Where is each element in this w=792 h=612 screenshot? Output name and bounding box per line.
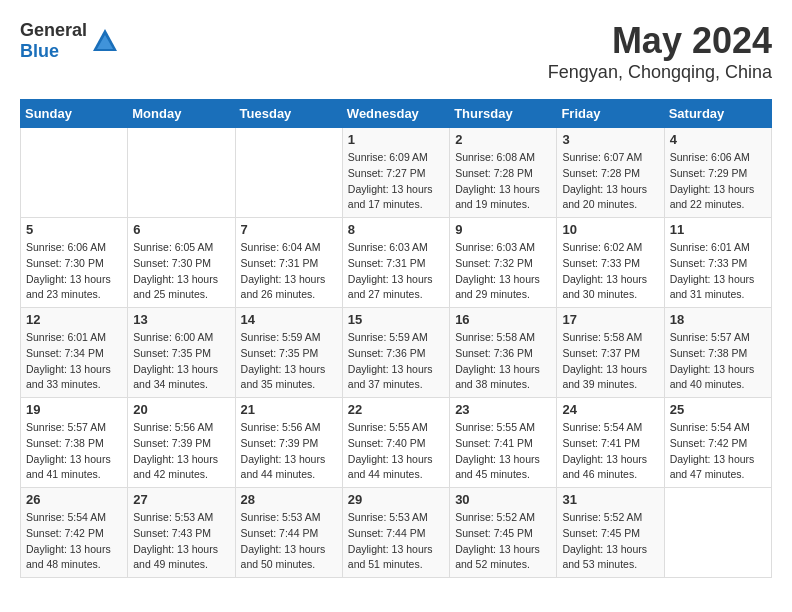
calendar-cell: 21Sunrise: 5:56 AMSunset: 7:39 PMDayligh… [235,398,342,488]
calendar-cell: 7Sunrise: 6:04 AMSunset: 7:31 PMDaylight… [235,218,342,308]
day-info: Sunrise: 5:54 AMSunset: 7:42 PMDaylight:… [26,510,122,573]
day-number: 7 [241,222,337,237]
calendar-cell: 18Sunrise: 5:57 AMSunset: 7:38 PMDayligh… [664,308,771,398]
main-title: May 2024 [548,20,772,62]
day-header-wednesday: Wednesday [342,100,449,128]
day-number: 18 [670,312,766,327]
day-number: 25 [670,402,766,417]
day-info: Sunrise: 5:58 AMSunset: 7:37 PMDaylight:… [562,330,658,393]
day-info: Sunrise: 5:55 AMSunset: 7:41 PMDaylight:… [455,420,551,483]
day-info: Sunrise: 5:58 AMSunset: 7:36 PMDaylight:… [455,330,551,393]
calendar-cell: 16Sunrise: 5:58 AMSunset: 7:36 PMDayligh… [450,308,557,398]
day-info: Sunrise: 6:01 AMSunset: 7:33 PMDaylight:… [670,240,766,303]
day-number: 2 [455,132,551,147]
calendar-cell: 15Sunrise: 5:59 AMSunset: 7:36 PMDayligh… [342,308,449,398]
calendar-cell: 12Sunrise: 6:01 AMSunset: 7:34 PMDayligh… [21,308,128,398]
calendar-cell: 3Sunrise: 6:07 AMSunset: 7:28 PMDaylight… [557,128,664,218]
calendar-cell [664,488,771,578]
day-number: 15 [348,312,444,327]
calendar-cell: 25Sunrise: 5:54 AMSunset: 7:42 PMDayligh… [664,398,771,488]
day-info: Sunrise: 5:53 AMSunset: 7:44 PMDaylight:… [348,510,444,573]
day-number: 3 [562,132,658,147]
calendar-cell: 23Sunrise: 5:55 AMSunset: 7:41 PMDayligh… [450,398,557,488]
day-number: 14 [241,312,337,327]
day-header-friday: Friday [557,100,664,128]
calendar-cell: 5Sunrise: 6:06 AMSunset: 7:30 PMDaylight… [21,218,128,308]
day-header-saturday: Saturday [664,100,771,128]
day-info: Sunrise: 5:54 AMSunset: 7:42 PMDaylight:… [670,420,766,483]
day-info: Sunrise: 5:52 AMSunset: 7:45 PMDaylight:… [562,510,658,573]
day-number: 9 [455,222,551,237]
day-info: Sunrise: 6:08 AMSunset: 7:28 PMDaylight:… [455,150,551,213]
calendar-cell: 13Sunrise: 6:00 AMSunset: 7:35 PMDayligh… [128,308,235,398]
calendar-cell [235,128,342,218]
day-number: 4 [670,132,766,147]
day-info: Sunrise: 5:55 AMSunset: 7:40 PMDaylight:… [348,420,444,483]
day-number: 1 [348,132,444,147]
day-header-tuesday: Tuesday [235,100,342,128]
day-number: 24 [562,402,658,417]
week-row-3: 12Sunrise: 6:01 AMSunset: 7:34 PMDayligh… [21,308,772,398]
day-number: 22 [348,402,444,417]
day-header-sunday: Sunday [21,100,128,128]
day-number: 27 [133,492,229,507]
day-info: Sunrise: 6:07 AMSunset: 7:28 PMDaylight:… [562,150,658,213]
title-block: May 2024 Fengyan, Chongqing, China [548,20,772,83]
day-info: Sunrise: 5:56 AMSunset: 7:39 PMDaylight:… [241,420,337,483]
day-info: Sunrise: 5:57 AMSunset: 7:38 PMDaylight:… [26,420,122,483]
calendar-cell: 20Sunrise: 5:56 AMSunset: 7:39 PMDayligh… [128,398,235,488]
logo-icon [91,27,119,55]
calendar-cell: 30Sunrise: 5:52 AMSunset: 7:45 PMDayligh… [450,488,557,578]
calendar-cell: 2Sunrise: 6:08 AMSunset: 7:28 PMDaylight… [450,128,557,218]
calendar-cell: 22Sunrise: 5:55 AMSunset: 7:40 PMDayligh… [342,398,449,488]
week-row-5: 26Sunrise: 5:54 AMSunset: 7:42 PMDayligh… [21,488,772,578]
day-info: Sunrise: 5:54 AMSunset: 7:41 PMDaylight:… [562,420,658,483]
calendar-cell: 27Sunrise: 5:53 AMSunset: 7:43 PMDayligh… [128,488,235,578]
day-number: 5 [26,222,122,237]
calendar-cell [21,128,128,218]
day-number: 31 [562,492,658,507]
calendar-cell: 24Sunrise: 5:54 AMSunset: 7:41 PMDayligh… [557,398,664,488]
day-info: Sunrise: 5:59 AMSunset: 7:35 PMDaylight:… [241,330,337,393]
day-number: 20 [133,402,229,417]
day-info: Sunrise: 6:02 AMSunset: 7:33 PMDaylight:… [562,240,658,303]
calendar-cell: 11Sunrise: 6:01 AMSunset: 7:33 PMDayligh… [664,218,771,308]
calendar-cell: 4Sunrise: 6:06 AMSunset: 7:29 PMDaylight… [664,128,771,218]
week-row-4: 19Sunrise: 5:57 AMSunset: 7:38 PMDayligh… [21,398,772,488]
day-info: Sunrise: 5:57 AMSunset: 7:38 PMDaylight:… [670,330,766,393]
calendar-cell: 10Sunrise: 6:02 AMSunset: 7:33 PMDayligh… [557,218,664,308]
day-info: Sunrise: 6:03 AMSunset: 7:32 PMDaylight:… [455,240,551,303]
calendar-cell: 31Sunrise: 5:52 AMSunset: 7:45 PMDayligh… [557,488,664,578]
day-number: 17 [562,312,658,327]
day-number: 13 [133,312,229,327]
day-info: Sunrise: 6:04 AMSunset: 7:31 PMDaylight:… [241,240,337,303]
calendar-cell: 19Sunrise: 5:57 AMSunset: 7:38 PMDayligh… [21,398,128,488]
day-header-thursday: Thursday [450,100,557,128]
day-number: 29 [348,492,444,507]
day-info: Sunrise: 6:09 AMSunset: 7:27 PMDaylight:… [348,150,444,213]
calendar-cell: 17Sunrise: 5:58 AMSunset: 7:37 PMDayligh… [557,308,664,398]
calendar-cell: 26Sunrise: 5:54 AMSunset: 7:42 PMDayligh… [21,488,128,578]
calendar-cell: 9Sunrise: 6:03 AMSunset: 7:32 PMDaylight… [450,218,557,308]
calendar-cell: 1Sunrise: 6:09 AMSunset: 7:27 PMDaylight… [342,128,449,218]
logo-text: General Blue [20,20,87,62]
day-info: Sunrise: 5:53 AMSunset: 7:43 PMDaylight:… [133,510,229,573]
logo: General Blue [20,20,119,62]
day-number: 10 [562,222,658,237]
day-info: Sunrise: 6:03 AMSunset: 7:31 PMDaylight:… [348,240,444,303]
page-header: General Blue May 2024 Fengyan, Chongqing… [20,20,772,83]
day-header-monday: Monday [128,100,235,128]
calendar-cell: 6Sunrise: 6:05 AMSunset: 7:30 PMDaylight… [128,218,235,308]
day-info: Sunrise: 5:53 AMSunset: 7:44 PMDaylight:… [241,510,337,573]
logo-general: General [20,20,87,40]
header-row: SundayMondayTuesdayWednesdayThursdayFrid… [21,100,772,128]
day-info: Sunrise: 5:56 AMSunset: 7:39 PMDaylight:… [133,420,229,483]
day-info: Sunrise: 5:52 AMSunset: 7:45 PMDaylight:… [455,510,551,573]
day-number: 16 [455,312,551,327]
day-info: Sunrise: 6:01 AMSunset: 7:34 PMDaylight:… [26,330,122,393]
logo-blue: Blue [20,41,59,61]
day-number: 26 [26,492,122,507]
calendar-cell [128,128,235,218]
day-number: 11 [670,222,766,237]
calendar-cell: 29Sunrise: 5:53 AMSunset: 7:44 PMDayligh… [342,488,449,578]
